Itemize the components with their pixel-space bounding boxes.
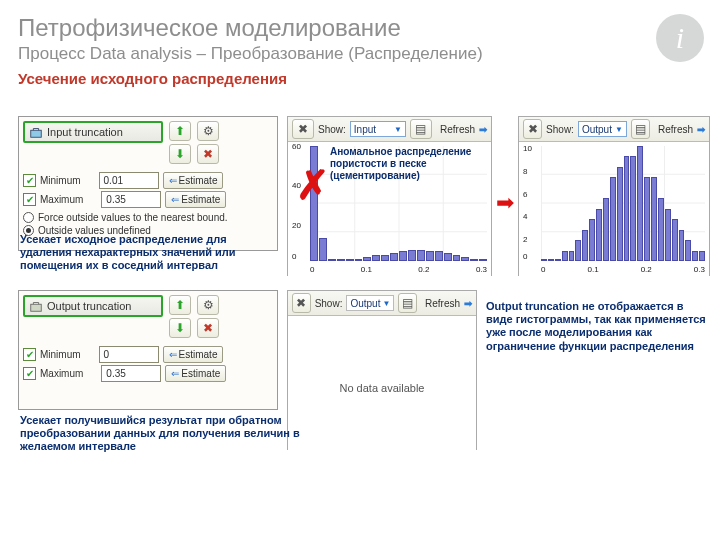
chart-options-icon[interactable]: ▤ xyxy=(631,119,650,139)
empty-output-chart: ✖ Show: Output▼ ▤ Refresh ➡ No data avai… xyxy=(287,290,477,450)
show-label: Show: xyxy=(318,124,346,135)
close-chart-icon[interactable]: ✖ xyxy=(292,293,311,313)
move-up-icon[interactable]: ⬆ xyxy=(169,295,191,315)
close-chart-icon[interactable]: ✖ xyxy=(292,119,314,139)
output-desc-annotation: Усекает получившийся результат при обрат… xyxy=(20,414,300,454)
estimate-min-button[interactable]: ⇐Estimate xyxy=(163,172,224,189)
min-checkbox[interactable]: ✔ xyxy=(23,348,36,361)
output-truncation-label: Output truncation xyxy=(47,300,131,312)
refresh-label: Refresh xyxy=(658,124,693,135)
refresh-icon[interactable]: ➡ xyxy=(697,124,705,135)
output-chart: ✖ Show: Output▼ ▤ Refresh ➡ 10 8 6 4 2 0… xyxy=(518,116,710,276)
info-icon: i xyxy=(656,14,704,62)
refresh-icon[interactable]: ➡ xyxy=(479,124,487,135)
delete-icon[interactable]: ✖ xyxy=(197,318,219,338)
page-title: Петрофизическое моделирование xyxy=(18,14,720,42)
input-truncation-header[interactable]: Input truncation xyxy=(23,121,163,143)
chart-options-icon[interactable]: ▤ xyxy=(410,119,432,139)
input-truncation-icon xyxy=(29,125,43,139)
move-up-icon[interactable]: ⬆ xyxy=(169,121,191,141)
y-axis: 10 8 6 4 2 0 xyxy=(523,142,541,261)
chart-source-dropdown[interactable]: Input▼ xyxy=(350,121,406,137)
max-input[interactable]: 0.35 xyxy=(101,365,161,382)
min-checkbox[interactable]: ✔ xyxy=(23,174,36,187)
input-chart: ✖ Show: Input▼ ▤ Refresh ➡ 60 40 20 0 00… xyxy=(287,116,492,276)
chart-source-dropdown[interactable]: Output▼ xyxy=(346,295,394,311)
delete-icon[interactable]: ✖ xyxy=(197,144,219,164)
input-truncation-label: Input truncation xyxy=(47,126,123,138)
show-label: Show: xyxy=(546,124,574,135)
no-data-label: No data available xyxy=(288,382,476,394)
radio-nearest-label: Force outside values to the nearest boun… xyxy=(38,212,228,223)
output-truncation-panel: Output truncation ⬆ ⬇ ⚙ ✖ ✔ Minimum 0 ⇐E… xyxy=(18,290,278,410)
output-note-annotation: Output truncation не отображается в виде… xyxy=(486,300,706,353)
refresh-icon[interactable]: ➡ xyxy=(464,298,472,309)
output-truncation-header[interactable]: Output truncation xyxy=(23,295,163,317)
anomalous-annotation: Аномальное распределение пористости в пе… xyxy=(330,146,480,182)
show-label: Show: xyxy=(315,298,343,309)
max-label: Maximum xyxy=(40,368,83,379)
chart-options-icon[interactable]: ▤ xyxy=(398,293,417,313)
min-label: Minimum xyxy=(40,175,81,186)
input-desc-annotation: Усекает исходное распределение для удале… xyxy=(20,233,280,273)
max-label: Maximum xyxy=(40,194,83,205)
section-title: Усечение исходного распределения xyxy=(18,70,720,87)
close-chart-icon[interactable]: ✖ xyxy=(523,119,542,139)
output-bars xyxy=(541,146,705,261)
settings-icon[interactable]: ⚙ xyxy=(197,295,219,315)
settings-icon[interactable]: ⚙ xyxy=(197,121,219,141)
input-truncation-panel: Input truncation ⬆ ⬇ ⚙ ✖ ✔ Minimum 0.01 … xyxy=(18,116,278,251)
page-subtitle: Процесс Data analysis – Преобразование (… xyxy=(18,44,720,64)
max-checkbox[interactable]: ✔ xyxy=(23,367,36,380)
x-axis: 00.10.20.3 xyxy=(310,265,487,279)
refresh-label: Refresh xyxy=(440,124,475,135)
reject-mark-icon: ✗ xyxy=(296,162,330,208)
move-down-icon[interactable]: ⬇ xyxy=(169,144,191,164)
radio-nearest[interactable] xyxy=(23,212,34,223)
x-axis: 00.10.20.3 xyxy=(541,265,705,279)
arrow-right-icon: ➡ xyxy=(496,190,514,216)
chart-source-dropdown[interactable]: Output▼ xyxy=(578,121,627,137)
estimate-min-button[interactable]: ⇐Estimate xyxy=(163,346,224,363)
estimate-max-button[interactable]: ⇐Estimate xyxy=(165,365,226,382)
estimate-max-button[interactable]: ⇐Estimate xyxy=(165,191,226,208)
min-input[interactable]: 0.01 xyxy=(99,172,159,189)
svg-rect-1 xyxy=(31,304,42,311)
svg-rect-0 xyxy=(31,130,42,137)
move-down-icon[interactable]: ⬇ xyxy=(169,318,191,338)
max-checkbox[interactable]: ✔ xyxy=(23,193,36,206)
max-input[interactable]: 0.35 xyxy=(101,191,161,208)
refresh-label: Refresh xyxy=(425,298,460,309)
min-label: Minimum xyxy=(40,349,81,360)
min-input[interactable]: 0 xyxy=(99,346,159,363)
output-truncation-icon xyxy=(29,299,43,313)
